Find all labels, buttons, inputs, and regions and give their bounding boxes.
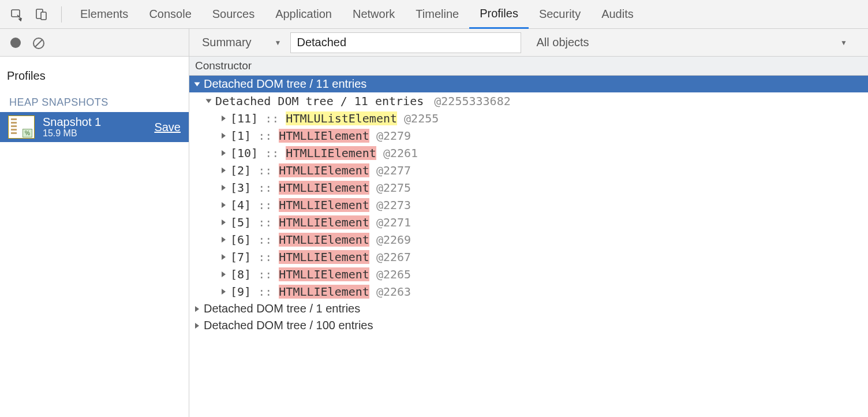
tree-node[interactable]: [3] :: HTMLLIElement @2275	[189, 179, 868, 196]
separator: ::	[251, 285, 279, 299]
tree-node[interactable]: [8] :: HTMLLIElement @2265	[189, 266, 868, 283]
object-id: @2255333682	[434, 94, 510, 108]
object-id: @2265	[376, 267, 411, 281]
tab-security[interactable]: Security	[529, 0, 591, 29]
tree-node[interactable]: [1] :: HTMLLIElement @2279	[189, 127, 868, 144]
disclosure-triangle-icon[interactable]	[222, 185, 226, 191]
node-index: [7]	[230, 250, 251, 264]
separator: ::	[251, 181, 279, 195]
separator: ::	[251, 250, 279, 264]
group-label: Detached DOM tree / 1 entries	[204, 302, 360, 315]
class-filter-input[interactable]	[290, 32, 521, 53]
separator: ::	[251, 215, 279, 229]
node-index: [6]	[230, 233, 251, 247]
svg-line-4	[35, 40, 42, 47]
node-index: [11]	[230, 111, 258, 125]
node-class: HTMLLIElement	[279, 250, 369, 264]
clear-icon[interactable]	[32, 37, 44, 49]
snapshot-item[interactable]: Snapshot 1 15.9 MB Save	[0, 112, 189, 142]
tab-network[interactable]: Network	[342, 0, 405, 29]
view-mode-label: Summary	[202, 36, 252, 49]
tab-sources[interactable]: Sources	[202, 0, 265, 29]
tree-group-selected[interactable]: Detached DOM tree / 11 entries	[189, 76, 868, 92]
node-index: [9]	[230, 285, 251, 299]
disclosure-triangle-icon[interactable]	[222, 271, 226, 277]
node-class: HTMLUListElement	[286, 111, 397, 125]
separator: ::	[258, 146, 286, 160]
tab-elements[interactable]: Elements	[70, 0, 139, 29]
node-index: [5]	[230, 215, 251, 229]
object-id: @2273	[376, 198, 411, 212]
object-id: @2269	[376, 233, 411, 247]
sidebar-toolbar	[0, 29, 189, 57]
node-class: HTMLLIElement	[279, 129, 369, 143]
node-class: HTMLLIElement	[279, 198, 369, 212]
devtools-tabbar: ElementsConsoleSourcesApplicationNetwork…	[0, 0, 868, 29]
separator	[61, 6, 62, 23]
disclosure-triangle-icon[interactable]	[222, 289, 226, 295]
disclosure-triangle-icon[interactable]	[206, 99, 212, 103]
sidebar-title: Profiles	[0, 57, 189, 91]
disclosure-triangle-icon[interactable]	[195, 306, 199, 312]
snapshot-name: Snapshot 1	[43, 116, 154, 128]
tab-console[interactable]: Console	[139, 0, 201, 29]
node-class: HTMLLIElement	[279, 181, 369, 195]
tab-profiles[interactable]: Profiles	[469, 0, 529, 29]
chevron-down-icon: ▼	[840, 39, 847, 47]
record-icon[interactable]	[10, 38, 21, 48]
tree-node[interactable]: [10] :: HTMLLIElement @2261	[189, 144, 868, 162]
tree-node[interactable]: [11] :: HTMLUListElement @2255	[189, 110, 868, 127]
node-class: HTMLLIElement	[279, 215, 369, 229]
disclosure-triangle-icon[interactable]	[222, 237, 226, 243]
separator: ::	[251, 163, 279, 177]
node-class: HTMLLIElement	[279, 285, 369, 299]
profiles-sidebar: Profiles HEAP SNAPSHOTS Snapshot 1 15.9 …	[0, 29, 189, 417]
device-icon[interactable]	[32, 6, 50, 23]
svg-rect-2	[41, 12, 46, 20]
tab-timeline[interactable]: Timeline	[405, 0, 469, 29]
column-header-constructor[interactable]: Constructor	[189, 57, 868, 76]
node-index: [8]	[230, 267, 251, 281]
group-label: Detached DOM tree / 11 entries	[204, 77, 366, 91]
disclosure-triangle-icon[interactable]	[222, 254, 226, 260]
tab-application[interactable]: Application	[265, 0, 342, 29]
snapshot-size: 15.9 MB	[43, 128, 154, 139]
disclosure-triangle-icon[interactable]	[222, 133, 226, 139]
disclosure-triangle-icon[interactable]	[222, 202, 226, 208]
view-mode-dropdown[interactable]: Summary ▼	[197, 33, 286, 51]
tab-audits[interactable]: Audits	[591, 0, 644, 29]
node-index: [1]	[230, 129, 251, 143]
node-class: HTMLLIElement	[279, 233, 369, 247]
snapshot-save-link[interactable]: Save	[154, 121, 181, 134]
disclosure-triangle-icon[interactable]	[195, 323, 199, 329]
object-id: @2279	[376, 129, 411, 143]
tree-node[interactable]: [5] :: HTMLLIElement @2271	[189, 214, 868, 231]
sidebar-section-label: HEAP SNAPSHOTS	[0, 91, 189, 112]
disclosure-triangle-icon[interactable]	[222, 150, 226, 156]
separator: ::	[251, 198, 279, 212]
separator: ::	[251, 267, 279, 281]
separator: ::	[251, 129, 279, 143]
inspect-icon[interactable]	[8, 6, 25, 23]
tree-node[interactable]: [7] :: HTMLLIElement @2267	[189, 248, 868, 266]
disclosure-triangle-icon[interactable]	[222, 167, 226, 173]
object-id: @2261	[383, 146, 418, 160]
disclosure-triangle-icon[interactable]	[222, 116, 226, 121]
object-filter-label: All objects	[536, 36, 589, 49]
tree-group[interactable]: Detached DOM tree / 1 entries	[189, 300, 868, 317]
tree-group[interactable]: Detached DOM tree / 100 entries	[189, 317, 868, 334]
disclosure-triangle-icon[interactable]	[222, 219, 226, 225]
tree-group-expanded[interactable]: Detached DOM tree / 11 entries @22553336…	[189, 92, 868, 110]
tree-node[interactable]: [2] :: HTMLLIElement @2277	[189, 162, 868, 179]
object-id: @2271	[376, 215, 411, 229]
tree-node[interactable]: [4] :: HTMLLIElement @2273	[189, 196, 868, 214]
disclosure-triangle-icon[interactable]	[194, 82, 200, 86]
object-id: @2267	[376, 250, 411, 264]
object-id: @2255	[404, 111, 439, 125]
node-index: [2]	[230, 163, 251, 177]
snapshot-icon	[8, 116, 35, 139]
node-class: HTMLLIElement	[286, 146, 376, 160]
tree-node[interactable]: [9] :: HTMLLIElement @2263	[189, 283, 868, 300]
tree-node[interactable]: [6] :: HTMLLIElement @2269	[189, 231, 868, 248]
object-filter-dropdown[interactable]: All objects ▼	[532, 33, 860, 51]
